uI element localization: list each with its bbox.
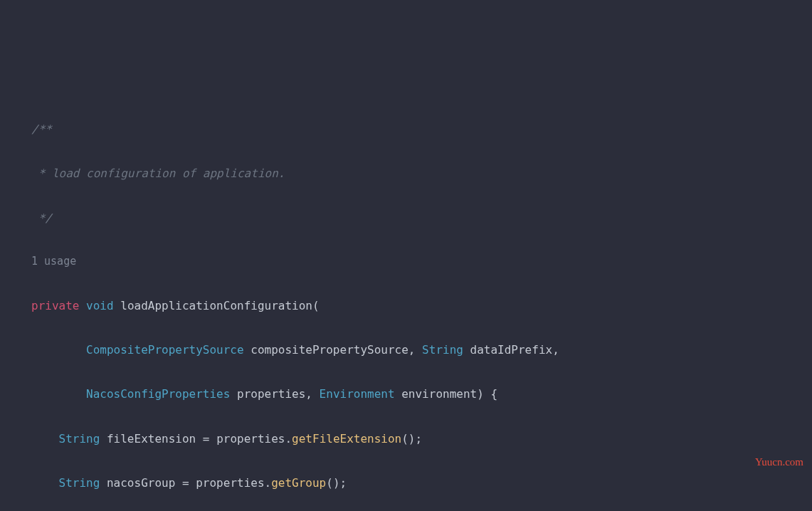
type-environment: Environment: [320, 387, 395, 401]
param: environment: [401, 387, 477, 401]
type-nacos: NacosConfigProperties: [86, 387, 230, 401]
method-name: loadApplicationConfiguration: [120, 299, 312, 312]
param: dataIdPrefix: [470, 343, 553, 357]
method-call: getGroup: [271, 476, 326, 490]
code-line: NacosConfigProperties properties, Enviro…: [0, 383, 812, 405]
code-line: private void loadApplicationConfiguratio…: [0, 295, 812, 317]
type-string: String: [59, 432, 100, 446]
keyword-private: private: [31, 299, 79, 312]
method-call: getFileExtension: [292, 432, 401, 446]
javadoc-line: * load configuration of application.: [0, 162, 812, 184]
code-line: String fileExtension = properties.getFil…: [0, 428, 812, 450]
keyword-void: void: [86, 299, 114, 312]
var: nacosGroup: [107, 476, 175, 490]
var: fileExtension: [107, 432, 196, 446]
param: compositePropertySource: [251, 343, 408, 357]
paren-open: (: [312, 299, 320, 312]
watermark: Yuucn.com: [755, 452, 803, 473]
usage-annotation[interactable]: 1 usage: [0, 251, 812, 272]
type-string: String: [59, 476, 100, 490]
type-string: String: [422, 343, 463, 357]
code-line: String nacosGroup = properties.getGroup(…: [0, 472, 812, 494]
javadoc-line: /**: [0, 118, 812, 140]
type-composite: CompositePropertySource: [86, 343, 244, 357]
code-line: CompositePropertySource compositePropert…: [0, 339, 812, 361]
code-editor[interactable]: /** * load configuration of application.…: [0, 96, 812, 511]
param: properties: [237, 387, 305, 401]
javadoc-line: */: [0, 207, 812, 229]
